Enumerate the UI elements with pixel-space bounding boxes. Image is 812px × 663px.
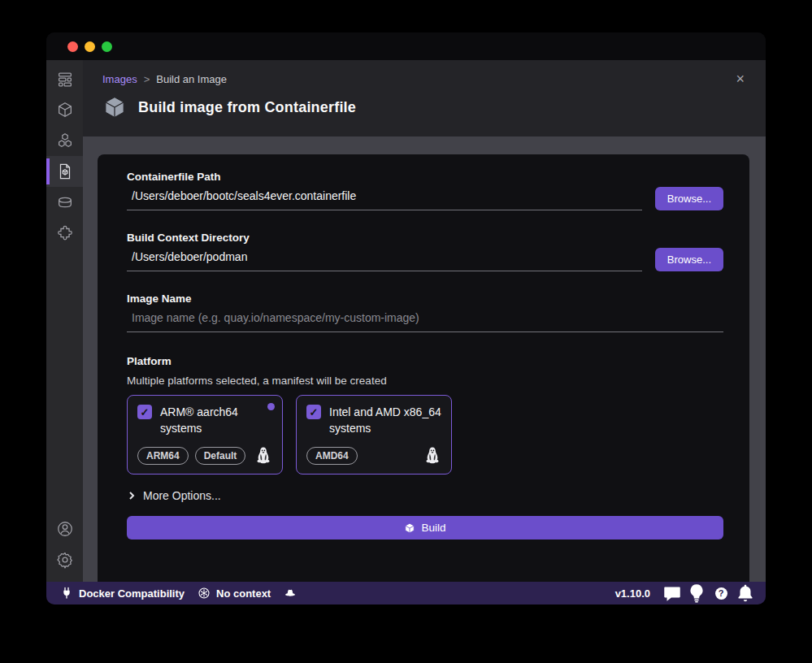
containerfile-path-label: Containerfile Path	[127, 171, 723, 183]
sidebar-item-dashboard[interactable]	[46, 63, 83, 94]
default-platform-dot	[267, 403, 275, 410]
platform-badge: AMD64	[306, 447, 358, 465]
checkmark-icon: ✓	[310, 406, 319, 418]
dashboard-icon	[56, 70, 74, 88]
platform-card-amd64[interactable]: ✓ Intel and AMD x86_64 systems AMD64	[296, 395, 452, 474]
bell-icon	[735, 583, 756, 604]
zoom-window-button[interactable]	[102, 41, 112, 52]
podman-desktop-window: Images > Build an Image × Build image fr…	[46, 32, 766, 604]
lightbulb-icon	[686, 583, 707, 604]
close-window-button[interactable]	[67, 41, 78, 52]
containerfile-browse-button[interactable]: Browse...	[655, 187, 723, 210]
build-context-input[interactable]	[127, 244, 642, 271]
platform-note: Multiple platforms selected, a manifest …	[127, 375, 723, 387]
kube-context-label: No context	[216, 587, 271, 600]
docker-compatibility-status[interactable]: Docker Compatibility	[56, 582, 189, 604]
page-title: Build image from Containerfile	[138, 99, 356, 116]
podman-hat-status[interactable]	[280, 582, 301, 604]
extensions-icon	[56, 224, 74, 242]
minimize-window-button[interactable]	[85, 41, 95, 52]
cube-icon	[404, 522, 415, 534]
sidebar-item-pods[interactable]	[46, 125, 83, 156]
sidebar-item-extensions[interactable]	[46, 218, 83, 249]
settings-icon	[56, 551, 74, 569]
sidebar-item-settings[interactable]	[46, 544, 83, 575]
build-context-label: Build Context Directory	[127, 232, 723, 244]
pods-icon	[56, 132, 74, 150]
sidebar-item-images[interactable]	[46, 156, 83, 187]
tasks-button[interactable]	[686, 583, 707, 604]
platform-badge: ARM64	[137, 447, 189, 465]
hat-icon	[284, 587, 297, 600]
breadcrumb-current: Build an Image	[156, 73, 227, 85]
volumes-icon	[56, 193, 74, 211]
platform-card-title: ARM® aarch64 systems	[160, 404, 272, 436]
linux-tux-icon	[423, 446, 441, 466]
help-button[interactable]: ?	[710, 587, 732, 600]
kubernetes-context-status[interactable]: No context	[193, 582, 275, 604]
sidebar-item-account[interactable]	[46, 514, 83, 544]
platform-label: Platform	[127, 355, 723, 367]
more-options-toggle[interactable]: More Options...	[127, 489, 723, 502]
platform-card-arm64[interactable]: ✓ ARM® aarch64 systems ARM64 Default	[127, 395, 283, 474]
containerfile-path-input[interactable]	[127, 183, 642, 210]
build-context-browse-button[interactable]: Browse...	[655, 248, 723, 271]
title-bar	[46, 32, 766, 60]
cube-icon	[102, 95, 127, 119]
question-mark-icon: ?	[715, 587, 727, 600]
breadcrumb: Images > Build an Image	[102, 73, 746, 85]
docker-compatibility-label: Docker Compatibility	[79, 587, 185, 600]
more-options-label: More Options...	[143, 489, 221, 502]
platform-arm64-checkbox[interactable]: ✓	[137, 405, 152, 419]
status-bar: Docker Compatibility No context v1.10.0	[46, 582, 766, 604]
sidebar	[46, 60, 83, 582]
chat-bubble-icon	[662, 583, 683, 604]
version-label: v1.10.0	[615, 587, 650, 600]
linux-tux-icon	[254, 446, 272, 466]
image-name-label: Image Name	[127, 292, 723, 305]
containers-icon	[56, 101, 74, 119]
checkmark-icon: ✓	[141, 406, 150, 418]
image-name-input[interactable]	[127, 305, 723, 332]
breadcrumb-images-link[interactable]: Images	[102, 73, 137, 85]
notifications-button[interactable]	[735, 583, 756, 604]
build-form-panel: Containerfile Path Browse... Build Conte…	[98, 154, 749, 582]
platform-card-title: Intel and AMD x86_64 systems	[329, 404, 441, 436]
sidebar-item-volumes[interactable]	[46, 187, 83, 218]
platform-badge: Default	[195, 447, 246, 465]
images-icon	[56, 162, 74, 180]
build-button-label: Build	[421, 522, 445, 534]
platform-amd64-checkbox[interactable]: ✓	[306, 405, 321, 419]
content-area: Containerfile Path Browse... Build Conte…	[83, 136, 766, 582]
breadcrumb-separator: >	[144, 73, 150, 85]
page-header: Images > Build an Image × Build image fr…	[83, 60, 766, 136]
account-icon	[56, 520, 74, 538]
sidebar-item-containers[interactable]	[46, 94, 83, 125]
build-button[interactable]: Build	[127, 516, 723, 540]
feedback-button[interactable]	[662, 583, 683, 604]
chevron-right-icon	[127, 491, 137, 500]
kubernetes-wheel-icon	[198, 587, 211, 600]
close-page-button[interactable]: ×	[736, 72, 745, 86]
plug-icon	[60, 587, 73, 600]
